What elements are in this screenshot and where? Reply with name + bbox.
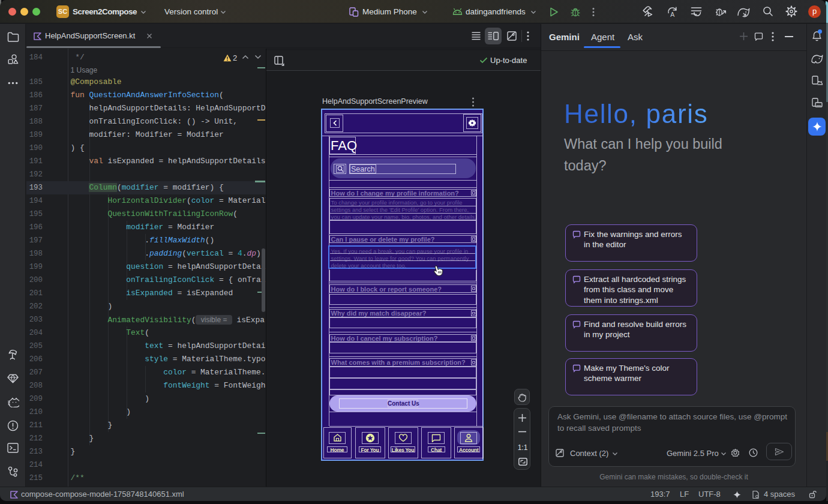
svg-text:A: A xyxy=(670,11,674,18)
